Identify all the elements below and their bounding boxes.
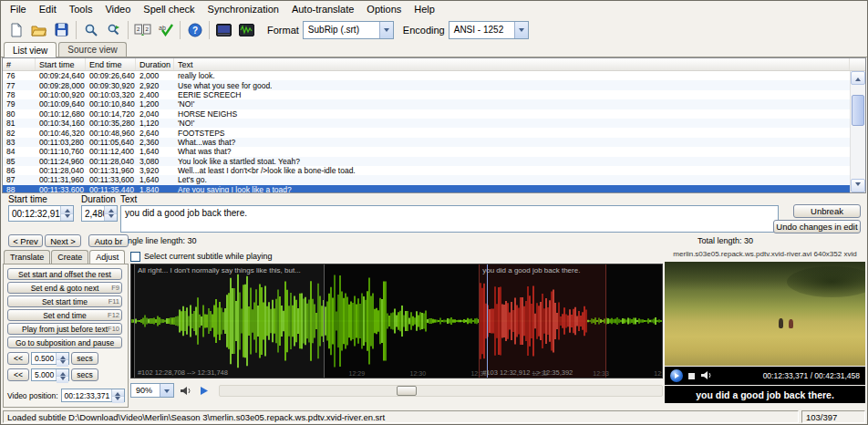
adjust-action-button[interactable]: Play from just before text F10 — [7, 323, 122, 335]
start-time-label: Start time — [8, 194, 47, 204]
column-header[interactable]: Start time — [36, 58, 86, 70]
subtitle-row[interactable]: 79 00:10:09,640 00:10:10,840 1,200 'NO!' — [3, 99, 850, 109]
subtitle-row[interactable]: 87 00:11:31,960 00:11:33,600 1,640 Let's… — [3, 175, 850, 184]
waveform-subtitle-region[interactable]: you did a good job back there.#103 12:32… — [479, 264, 606, 378]
spinner-arrows[interactable] — [104, 206, 117, 221]
adjust-tab[interactable]: Adjust — [89, 250, 125, 264]
seconds-spinner[interactable]: 5.000 — [31, 368, 69, 381]
secs-button[interactable]: secs — [71, 368, 98, 381]
subtitle-row[interactable]: 78 00:10:00,920 00:10:03,320 2,400 EERIE… — [3, 90, 850, 99]
menu-item[interactable]: Synchronization — [202, 2, 285, 16]
subtitle-row[interactable]: 76 00:09:24,640 00:09:26,640 2,000 reall… — [3, 71, 850, 80]
cell-text: You look like a startled stoat. Yeah? — [174, 157, 850, 166]
menu-item[interactable]: Video — [98, 2, 137, 16]
video-stop-button[interactable] — [688, 373, 695, 379]
adjust-action-button[interactable]: Set start time F11 — [7, 295, 122, 307]
column-header[interactable]: # — [3, 58, 36, 70]
video-speaker-icon[interactable] — [700, 368, 712, 384]
spell-check-button[interactable]: ab — [154, 19, 177, 41]
prev-button[interactable]: < Prev — [8, 234, 43, 247]
view-tab[interactable]: List view — [4, 42, 57, 57]
adjust-tab[interactable]: Create — [51, 250, 88, 264]
secs-button[interactable]: secs — [71, 352, 98, 365]
start-time-spinner[interactable]: 00:12:32,912 — [8, 205, 74, 222]
visual-sync-button[interactable]: 22 — [131, 19, 154, 41]
column-header[interactable]: End time — [86, 58, 136, 70]
nudge-back-button[interactable]: << — [7, 368, 29, 381]
save-button[interactable] — [50, 19, 73, 41]
help-button[interactable]: ? — [183, 19, 206, 41]
cell-text: HORSE NEIGHS — [174, 109, 850, 119]
waveform-view[interactable]: All right... I don't normally say things… — [130, 264, 663, 378]
menu-item[interactable]: Tools — [63, 2, 99, 16]
adjust-action-button[interactable]: Set end & goto next F9 — [7, 282, 122, 294]
toolbar: 22 ab ? Format SubRip (.srt) Encoding AN… — [1, 17, 867, 42]
waveform-scrollbar-thumb[interactable] — [397, 386, 417, 396]
spinner-arrows[interactable] — [56, 369, 68, 380]
waveform-scrollbar[interactable] — [219, 385, 663, 397]
select-current-subtitle-checkbox[interactable] — [130, 252, 140, 262]
format-select[interactable]: SubRip (.srt) — [303, 21, 394, 39]
scrollbar-thumb[interactable] — [852, 95, 864, 126]
nudge-back-button[interactable]: << — [7, 352, 29, 365]
toggle-video-button[interactable] — [212, 19, 235, 41]
video-frame[interactable] — [665, 262, 865, 366]
waveform-speaker-icon[interactable] — [177, 383, 193, 398]
subtitle-row[interactable]: 88 00:11:33,600 00:11:35,440 1,840 Are y… — [3, 185, 850, 192]
subtitle-row[interactable]: 83 00:11:03,280 00:11:05,640 2,360 What.… — [3, 138, 850, 147]
menu-item[interactable]: Options — [360, 2, 408, 16]
column-header[interactable]: Text — [174, 58, 850, 70]
open-folder-button[interactable] — [27, 19, 50, 41]
subtitle-row[interactable]: 84 00:11:10,760 00:11:12,400 1,640 What … — [3, 147, 850, 156]
adjust-action-button[interactable]: Set start and offset the rest — [7, 268, 122, 280]
menu-item[interactable]: Edit — [33, 2, 63, 16]
adjust-action-button[interactable]: Set end time F12 — [7, 309, 122, 321]
video-play-button[interactable] — [670, 369, 683, 382]
spinner-arrows[interactable] — [56, 353, 68, 364]
subtitle-row[interactable]: 81 00:10:34,160 00:10:35,280 1,120 'NO!' — [3, 119, 850, 128]
undo-changes-button[interactable]: Undo changes in edit — [773, 220, 861, 233]
video-file-info: merlin.s03e05.repack.ws.pdtv.xvid-river.… — [665, 250, 865, 261]
waveform-play-button[interactable] — [196, 383, 212, 398]
menu-item[interactable]: File — [4, 2, 33, 16]
waveform-zoom-select[interactable]: 90% — [130, 383, 174, 398]
subtitle-row[interactable]: 82 00:10:46,320 00:10:48,960 2,640 FOOTS… — [3, 128, 850, 137]
menu-item[interactable]: Auto-translate — [285, 2, 360, 16]
cell-number: 76 — [3, 71, 36, 80]
subtitle-row[interactable]: 80 00:10:12,680 00:10:14,720 2,040 HORSE… — [3, 109, 850, 119]
adjust-tab[interactable]: Translate — [4, 250, 50, 264]
next-button[interactable]: Next > — [45, 234, 81, 247]
spinner-arrows[interactable] — [60, 206, 73, 221]
adjust-action-button[interactable]: Go to subposition and pause — [7, 337, 122, 348]
video-scene — [665, 262, 865, 366]
view-tab-label: List view — [13, 46, 47, 56]
replace-button[interactable] — [102, 19, 125, 41]
unbreak-button[interactable]: Unbreak — [793, 204, 861, 218]
cell-start-time: 00:10:00,920 — [36, 90, 86, 99]
scroll-down-button[interactable] — [851, 179, 865, 192]
menu-item[interactable]: Spell check — [137, 2, 201, 16]
cell-number: 82 — [3, 128, 36, 137]
auto-br-button[interactable]: Auto br — [88, 234, 129, 247]
video-position-spinner[interactable]: 00:12:33,371 — [61, 389, 125, 402]
column-header[interactable]: Duration — [136, 58, 174, 70]
view-tab[interactable]: Source view — [58, 42, 126, 57]
subtitle-row[interactable]: 86 00:11:28,040 00:11:31,960 3,920 Well.… — [3, 166, 850, 175]
find-button[interactable] — [79, 19, 102, 41]
waveform-subtitle-region[interactable]: All right... I don't normally say things… — [134, 264, 326, 378]
cell-duration: 2,920 — [136, 80, 174, 89]
menu-item[interactable]: Help — [408, 2, 441, 16]
scroll-up-button[interactable] — [851, 71, 865, 85]
spinner-arrows[interactable] — [111, 389, 124, 401]
encoding-select[interactable]: ANSI - 1252 — [449, 21, 529, 39]
subtitle-row[interactable]: 85 00:11:24,960 00:11:28,040 3,080 You l… — [3, 157, 850, 166]
menu-item-label: Auto-translate — [292, 4, 354, 15]
toggle-waveform-button[interactable] — [235, 19, 258, 41]
vertical-scrollbar[interactable] — [850, 71, 865, 192]
duration-spinner[interactable]: 2,480 — [81, 205, 118, 222]
new-file-button[interactable] — [5, 19, 27, 41]
subtitle-text-input[interactable]: you did a good job back there. — [120, 205, 779, 233]
cell-start-time: 00:11:03,280 — [36, 138, 86, 147]
seconds-spinner[interactable]: 0.500 — [31, 352, 69, 365]
subtitle-row[interactable]: 77 00:09:28,000 00:09:30,920 2,920 Use w… — [3, 80, 850, 89]
